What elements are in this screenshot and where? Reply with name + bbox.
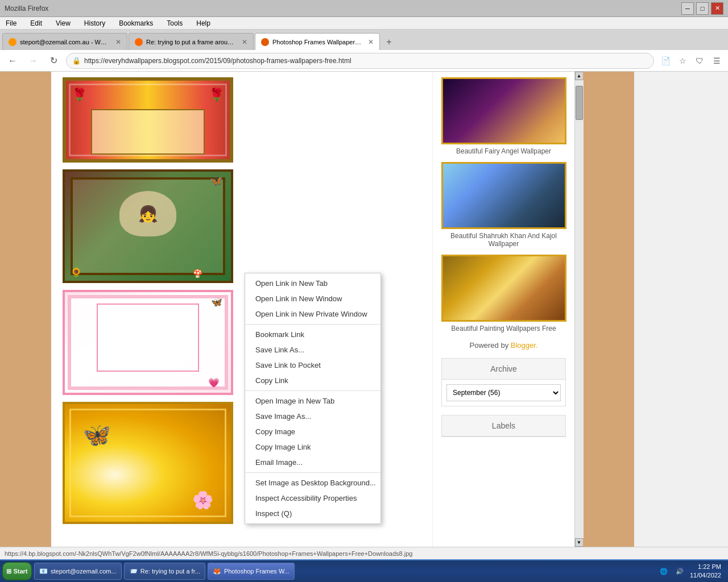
archive-dropdown[interactable]: September (56) August (45) July (38) <box>446 384 561 401</box>
reader-mode-icon[interactable]: 📄 <box>659 54 672 68</box>
taskbar: ⊞ Start 📧 steport@ozemail.com... 📨 Re: t… <box>0 559 728 582</box>
title-bar-controls: ─ □ ✕ <box>681 2 723 15</box>
ctx-open-image-tab[interactable]: Open Image in New Tab <box>245 393 380 409</box>
taskbar-item-2-label: Re: trying to put a fr... <box>140 568 200 575</box>
menu-history[interactable]: History <box>81 18 109 28</box>
ctx-email-image[interactable]: Email Image... <box>245 455 380 470</box>
start-label: Start <box>13 568 27 575</box>
ctx-copy-image[interactable]: Copy Image <box>245 424 380 439</box>
ctx-save-link-pocket[interactable]: Save Link to Pocket <box>245 357 380 373</box>
maximize-button[interactable]: □ <box>696 2 709 15</box>
tab-1-label: steport@ozemail.com.au - Web... <box>20 39 110 45</box>
taskbar-item-3[interactable]: 🦊 Photoshop Frames W... <box>208 563 295 580</box>
url-bar[interactable]: 🔒 https://everyhdwallpapers.blogspot.com… <box>66 53 654 69</box>
title-bar-left: Mozilla Firefox <box>5 5 48 13</box>
tab-1[interactable]: steport@ozemail.com.au - Web... ✕ <box>2 33 127 50</box>
close-button[interactable]: ✕ <box>711 2 723 15</box>
page-right-margin <box>583 72 634 547</box>
start-icon: ⊞ <box>6 568 11 575</box>
ctx-set-desktop-bg[interactable]: Set Image as Desktop Background... <box>245 475 380 490</box>
reload-button[interactable]: ↻ <box>46 53 61 69</box>
ctx-bookmark-link[interactable]: Bookmark Link <box>245 327 380 342</box>
taskbar-item-2[interactable]: 📨 Re: trying to put a fr... <box>124 563 205 580</box>
menu-edit[interactable]: Edit <box>27 18 46 28</box>
start-button[interactable]: ⊞ Start <box>2 562 32 580</box>
tab-2-close[interactable]: ✕ <box>242 38 247 46</box>
tab-3[interactable]: Photoshop Frames Wallpapers F... ✕ <box>255 33 380 50</box>
lock-icon: 🔒 <box>72 57 81 65</box>
child-frame-image: 👧 🦋 🌻 🍄 <box>63 169 233 283</box>
shahrukh-image[interactable] <box>441 162 566 229</box>
forward-button[interactable]: → <box>25 53 41 69</box>
painting-image[interactable] <box>441 255 566 322</box>
url-text: https://everyhdwallpapers.blogspot.com/2… <box>84 57 648 65</box>
taskbar-item-3-icon: 🦊 <box>213 567 221 575</box>
blogger-link[interactable]: Blogger. <box>511 341 538 350</box>
powered-by: Powered by Blogger. <box>441 341 566 350</box>
menu-icon[interactable]: ☰ <box>710 54 723 68</box>
menu-view[interactable]: View <box>52 18 74 28</box>
ctx-open-link-window[interactable]: Open Link in New Window <box>245 291 380 306</box>
taskbar-item-3-label: Photoshop Frames W... <box>224 568 289 575</box>
tab-2[interactable]: Re: trying to put a frame aroun... ✕ <box>129 33 254 50</box>
browser-title: Mozilla Firefox <box>5 5 48 13</box>
taskbar-item-1-label: steport@ozemail.com... <box>51 568 117 575</box>
ctx-save-link-as[interactable]: Save Link As... <box>245 342 380 357</box>
menu-file[interactable]: File <box>2 18 20 28</box>
taskbar-date: 11/04/2022 <box>690 571 721 580</box>
tab-1-icon <box>9 38 16 46</box>
sidebar-column: Beautiful Fairy Angel Wallpaper Beautifu… <box>432 72 574 547</box>
shahrukh-label: Beautiful Shahrukh Khan And Kajol Wallpa… <box>441 232 566 248</box>
fairy-angel-label: Beautiful Fairy Angel Wallpaper <box>441 147 566 155</box>
taskbar-item-1-icon: 📧 <box>39 567 48 575</box>
menu-tools[interactable]: Tools <box>163 18 186 28</box>
taskbar-time: 1:22 PM <box>690 563 721 571</box>
context-menu: Open Link in New Tab Open Link in New Wi… <box>245 273 381 524</box>
ctx-open-link-private[interactable]: Open Link in New Private Window <box>245 306 380 322</box>
pink-frame-image: 🦋 💗 <box>63 290 233 395</box>
pocket-icon[interactable]: 🛡 <box>693 54 706 68</box>
taskbar-right: 🌐 🔊 1:22 PM 11/04/2022 <box>653 563 726 580</box>
tab-1-close[interactable]: ✕ <box>115 38 121 46</box>
tab-2-label: Re: trying to put a frame aroun... <box>146 39 236 45</box>
labels-header: Labels <box>442 415 565 436</box>
minimize-button[interactable]: ─ <box>681 2 694 15</box>
archive-dropdown-wrapper: September (56) August (45) July (38) <box>442 380 565 406</box>
rose-frame-image: 🌹 🌹 <box>63 77 233 163</box>
address-bar-right: 📄 ☆ 🛡 ☰ <box>659 54 723 68</box>
address-bar: ← → ↻ 🔒 https://everyhdwallpapers.blogsp… <box>0 50 728 72</box>
tab-2-icon <box>135 38 143 46</box>
title-bar: Mozilla Firefox ─ □ ✕ <box>0 0 728 17</box>
gold-frame-image: 🦋 🌸 <box>63 402 233 524</box>
status-bar: https://4.bp.blogspot.com/-Nk2nlsQWhTw/V… <box>0 547 728 559</box>
page-left-margin <box>0 72 51 547</box>
menu-help[interactable]: Help <box>193 18 214 28</box>
taskbar-item-2-icon: 📨 <box>129 567 138 575</box>
ctx-inspect-accessibility[interactable]: Inspect Accessibility Properties <box>245 490 380 506</box>
fairy-angel-image[interactable] <box>441 77 566 144</box>
taskbar-clock: 1:22 PM 11/04/2022 <box>690 563 721 580</box>
bookmark-icon[interactable]: ☆ <box>676 54 689 68</box>
tab-3-icon <box>261 38 269 46</box>
tab-3-close[interactable]: ✕ <box>368 38 374 46</box>
ctx-copy-image-link[interactable]: Copy Image Link <box>245 439 380 455</box>
ctx-inspect[interactable]: Inspect (Q) <box>245 506 380 521</box>
ctx-separator-3 <box>245 472 380 473</box>
scroll-up-button[interactable]: ▲ <box>575 72 584 80</box>
taskbar-item-1[interactable]: 📧 steport@ozemail.com... <box>34 563 122 580</box>
ctx-separator-2 <box>245 390 380 391</box>
scroll-down-button[interactable]: ▼ <box>575 538 584 547</box>
scroll-track[interactable] <box>575 80 584 538</box>
ctx-open-link-tab[interactable]: Open Link in New Tab <box>245 276 380 291</box>
taskbar-network-icon: 🌐 <box>658 566 669 577</box>
menu-bookmarks[interactable]: Bookmarks <box>115 18 156 28</box>
powered-by-text: Powered by <box>470 341 509 350</box>
tab-3-label: Photoshop Frames Wallpapers F... <box>272 39 362 45</box>
scrollbar: ▲ ▼ <box>574 72 583 547</box>
new-tab-button[interactable]: + <box>381 34 397 50</box>
ctx-save-image-as[interactable]: Save Image As... <box>245 409 380 424</box>
scroll-thumb[interactable] <box>576 86 583 120</box>
back-button[interactable]: ← <box>5 53 20 69</box>
taskbar-volume-icon: 🔊 <box>674 566 685 577</box>
ctx-copy-link[interactable]: Copy Link <box>245 373 380 388</box>
